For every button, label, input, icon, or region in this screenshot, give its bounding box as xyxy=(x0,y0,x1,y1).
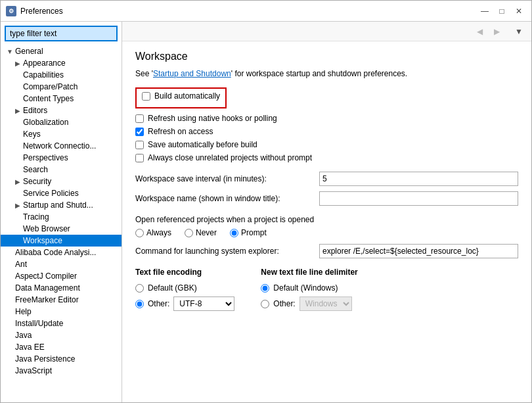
sidebar-item-capabilities[interactable]: Capabilities xyxy=(1,69,122,81)
always-option[interactable]: Always xyxy=(135,228,171,237)
sidebar-item-compare-label: Compare/Patch xyxy=(23,82,78,91)
encoding-select[interactable]: UTF-8 UTF-16 ISO-8859-1 GBK xyxy=(173,296,234,311)
other-delimiter-label: Other: xyxy=(273,299,295,308)
sidebar-item-keys-label: Keys xyxy=(23,130,41,139)
sidebar-item-java[interactable]: Java xyxy=(1,329,122,341)
sidebar-item-alibaba[interactable]: Alibaba Code Analysi... xyxy=(1,247,122,258)
spacer-capabilities xyxy=(14,71,22,79)
prompt-radio[interactable] xyxy=(230,229,238,237)
other-delimiter-option[interactable]: Other: xyxy=(261,299,295,308)
close-unrelated-label: Always close unrelated projects without … xyxy=(148,153,312,162)
always-radio[interactable] xyxy=(135,229,144,237)
other-encoding-option[interactable]: Other: xyxy=(135,299,169,308)
close-unrelated-checkbox[interactable] xyxy=(135,154,144,162)
build-auto-row[interactable]: Build automatically xyxy=(142,91,220,101)
workspace-name-input[interactable] xyxy=(319,191,518,206)
sidebar-item-content-label: Content Types xyxy=(23,94,74,103)
build-auto-highlight: Build automatically xyxy=(135,87,227,108)
sidebar-item-data-mgmt[interactable]: Data Management xyxy=(1,282,122,294)
project-open-label: Open referenced projects when a project … xyxy=(135,215,518,224)
sidebar-item-startup[interactable]: ▶ Startup and Shutd... xyxy=(1,199,122,211)
default-gbk-radio[interactable] xyxy=(135,284,144,293)
sidebar-item-install-label: Install/Update xyxy=(15,319,63,328)
back-button[interactable]: ◀ xyxy=(472,24,487,39)
other-delimiter-radio[interactable] xyxy=(261,300,269,308)
sidebar: ▼ General ▶ Appearance Capabilities Comp… xyxy=(1,22,122,402)
sidebar-item-help[interactable]: Help xyxy=(1,306,122,318)
sidebar-item-tracing[interactable]: Tracing xyxy=(1,211,122,223)
sidebar-item-freemarker[interactable]: FreeMarker Editor xyxy=(1,294,122,306)
other-encoding-label: Other: xyxy=(148,299,169,308)
sidebar-item-search[interactable]: Search xyxy=(1,164,122,176)
sidebar-item-javascript[interactable]: JavaScript xyxy=(1,365,122,377)
command-input[interactable] xyxy=(319,244,518,258)
sidebar-item-appearance[interactable]: ▶ Appearance xyxy=(1,57,122,69)
sidebar-item-content-types[interactable]: Content Types xyxy=(1,93,122,105)
description-line: See 'Startup and Shutdown' for workspace… xyxy=(135,69,518,78)
close-button[interactable]: ✕ xyxy=(512,4,526,18)
minimize-button[interactable]: — xyxy=(477,4,492,18)
spacer-search xyxy=(14,166,22,174)
maximize-button[interactable]: □ xyxy=(495,4,509,18)
expand-icon-general: ▼ xyxy=(6,47,14,55)
menu-button[interactable]: ▼ xyxy=(512,24,526,39)
panel-body: Workspace See 'Startup and Shutdown' for… xyxy=(122,41,531,402)
sidebar-item-security[interactable]: ▶ Security xyxy=(1,176,122,187)
line-delimiter-group: New text file line delimiter Default (Wi… xyxy=(261,268,357,311)
sidebar-item-workspace[interactable]: Workspace xyxy=(1,235,122,247)
workspace-name-label: Workspace name (shown in window title): xyxy=(135,194,319,203)
spacer-compare xyxy=(14,83,22,91)
sidebar-item-general[interactable]: ▼ General xyxy=(1,45,122,57)
desc-suffix: ' for workspace startup and shutdown pre… xyxy=(231,69,407,78)
sidebar-item-perspectives[interactable]: Perspectives xyxy=(1,152,122,164)
title-bar: ⚙ Preferences — □ ✕ xyxy=(1,1,531,22)
expand-icon-security: ▶ xyxy=(14,178,22,185)
default-windows-option[interactable]: Default (Windows) xyxy=(261,283,357,293)
forward-button[interactable]: ▶ xyxy=(489,24,504,39)
sidebar-item-editors[interactable]: ▶ Editors xyxy=(1,105,122,116)
sidebar-item-keys[interactable]: Keys xyxy=(1,128,122,140)
never-option[interactable]: Never xyxy=(185,228,217,237)
spacer-service xyxy=(14,189,22,197)
sidebar-item-install[interactable]: Install/Update xyxy=(1,318,122,329)
save-interval-label: Workspace save interval (in minutes): xyxy=(135,174,319,183)
sidebar-item-compare-patch[interactable]: Compare/Patch xyxy=(1,81,122,93)
save-interval-input[interactable] xyxy=(319,172,518,186)
spacer-perspectives xyxy=(14,154,22,162)
spacer-glob xyxy=(14,118,22,126)
sidebar-item-globalization[interactable]: Globalization xyxy=(1,116,122,128)
spacer-data xyxy=(6,284,14,292)
save-before-build-checkbox[interactable] xyxy=(135,141,144,149)
default-windows-radio[interactable] xyxy=(261,284,269,293)
desc-prefix: See ' xyxy=(135,69,153,78)
build-auto-label: Build automatically xyxy=(154,91,220,101)
spacer-workspace xyxy=(14,237,22,245)
save-interval-row: Workspace save interval (in minutes): xyxy=(135,172,518,186)
sidebar-item-web-label: Web Browser xyxy=(23,224,70,233)
default-gbk-option[interactable]: Default (GBK) xyxy=(135,283,234,293)
sidebar-item-web-browser[interactable]: Web Browser xyxy=(1,223,122,235)
sidebar-item-aspectj[interactable]: AspectJ Compiler xyxy=(1,270,122,282)
sidebar-item-search-label: Search xyxy=(23,165,48,174)
never-label: Never xyxy=(196,228,217,237)
refresh-access-checkbox[interactable] xyxy=(135,128,144,136)
never-radio[interactable] xyxy=(185,229,193,237)
refresh-native-checkbox[interactable] xyxy=(135,114,144,123)
prompt-option[interactable]: Prompt xyxy=(230,228,267,237)
build-auto-checkbox[interactable] xyxy=(142,92,150,101)
expand-icon-startup: ▶ xyxy=(14,201,22,209)
delimiter-select[interactable]: Windows Unix Mac xyxy=(299,296,352,311)
sidebar-item-java-persistence[interactable]: Java Persistence xyxy=(1,353,122,365)
text-encoding-group: Text file encoding Default (GBK) Other: xyxy=(135,268,234,311)
other-encoding-radio[interactable] xyxy=(135,300,144,308)
spacer-keys xyxy=(14,130,22,138)
sidebar-item-jp-label: Java Persistence xyxy=(15,354,75,364)
filter-input[interactable] xyxy=(5,26,118,41)
sidebar-item-java-ee[interactable]: Java EE xyxy=(1,341,122,353)
sidebar-item-freemarker-label: FreeMarker Editor xyxy=(15,295,79,304)
sidebar-item-ant[interactable]: Ant xyxy=(1,258,122,270)
startup-shutdown-link[interactable]: Startup and Shutdown xyxy=(153,69,231,78)
other-delimiter-row: Other: Windows Unix Mac xyxy=(261,296,357,311)
sidebar-item-network[interactable]: Network Connectio... xyxy=(1,140,122,152)
sidebar-item-service-policies[interactable]: Service Policies xyxy=(1,187,122,199)
